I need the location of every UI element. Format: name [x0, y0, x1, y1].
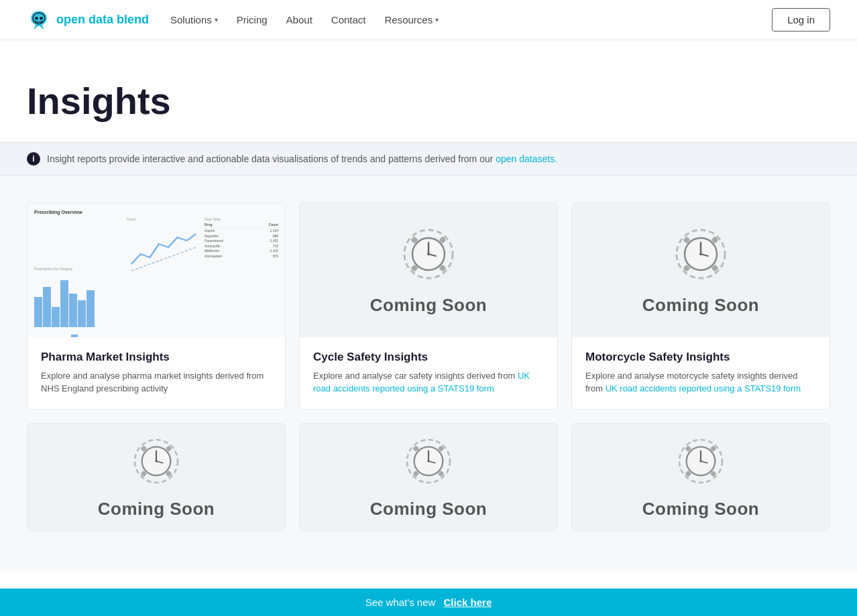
card-pharma[interactable]: Prescribing Overview Prescriptions by Ca…: [27, 202, 286, 410]
cards-section: Prescribing Overview Prescriptions by Ca…: [0, 176, 857, 572]
clock-icon-6: [674, 434, 728, 488]
coming-soon-content-motorcycle: Coming Soon: [642, 224, 759, 316]
clock-icon-4: [129, 434, 183, 488]
card-image-pharma: Prescribing Overview Prescriptions by Ca…: [27, 203, 285, 337]
preview-line-chart-2: [169, 331, 278, 337]
nav-link-pricing[interactable]: Pricing: [237, 14, 268, 25]
nav-item-solutions[interactable]: Solutions ▾: [170, 14, 218, 25]
svg-point-41: [427, 460, 430, 463]
svg-point-1: [40, 17, 43, 20]
info-bar: i Insight reports provide interactive an…: [0, 142, 857, 176]
navbar: open data blend Solutions ▾ Pricing Abou…: [0, 0, 857, 40]
coming-soon-label-6: Coming Soon: [642, 499, 759, 519]
nav-item-pricing[interactable]: Pricing: [237, 14, 268, 25]
card-5[interactable]: Coming Soon: [299, 423, 558, 532]
nav-item-about[interactable]: About: [286, 14, 312, 25]
nav-item-resources[interactable]: Resources ▾: [385, 14, 439, 25]
card-image-6: Coming Soon: [572, 424, 830, 531]
logo-text: open data blend: [56, 13, 149, 27]
card-body-motorcycle: Motorcycle Safety Insights Explore and a…: [572, 337, 830, 409]
preview-bar-chart-2: [34, 331, 165, 337]
cards-grid: Prescribing Overview Prescriptions by Ca…: [27, 202, 830, 532]
page-title: Insights: [27, 80, 830, 122]
preview-bar-chart: Prescriptions by Category: [34, 217, 123, 327]
card-image-motorcycle: Coming Soon: [572, 203, 830, 337]
card-desc-pharma: Explore and analyse pharma market insigh…: [41, 369, 272, 395]
svg-point-21: [699, 253, 702, 255]
chevron-down-icon-2: ▾: [435, 16, 439, 23]
card-body-cycle: Cycle Safety Insights Explore and analys…: [300, 337, 557, 409]
info-text: Insight reports provide interactive and …: [47, 153, 557, 164]
clock-icon-5: [402, 434, 455, 488]
card-title-pharma: Pharma Market Insights: [41, 351, 272, 364]
svg-point-11: [427, 253, 430, 255]
login-button[interactable]: Log in: [772, 8, 830, 32]
nav-item-contact[interactable]: Contact: [331, 14, 366, 25]
card-image-cycle: Coming Soon: [300, 203, 557, 337]
coming-soon-content-5: Coming Soon: [370, 434, 487, 519]
card-title-motorcycle: Motorcycle Safety Insights: [585, 351, 816, 364]
clock-icon-cycle: [398, 224, 459, 284]
nav-link-about[interactable]: About: [286, 14, 312, 25]
clock-icon-motorcycle: [671, 224, 731, 284]
stats19-link-motorcycle[interactable]: UK road accidents reported using a STATS…: [606, 383, 801, 393]
nav-link-contact[interactable]: Contact: [331, 14, 366, 25]
navbar-left: open data blend Solutions ▾ Pricing Abou…: [27, 8, 439, 32]
card-image-4: Coming Soon: [27, 424, 285, 531]
coming-soon-content-6: Coming Soon: [642, 434, 759, 519]
card-6[interactable]: Coming Soon: [571, 423, 830, 532]
card-desc-motorcycle: Explore and analyse motorcycle safety in…: [585, 369, 816, 395]
coming-soon-label-4: Coming Soon: [98, 499, 215, 519]
logo[interactable]: open data blend: [27, 8, 149, 32]
hero-section: Insights: [0, 40, 857, 142]
coming-soon-label-motorcycle: Coming Soon: [642, 295, 759, 316]
nav-link-resources[interactable]: Resources ▾: [385, 14, 439, 25]
logo-icon: [27, 8, 51, 32]
coming-soon-label-5: Coming Soon: [370, 499, 487, 519]
stats19-link-cycle[interactable]: UK road accidents reported using a STATS…: [313, 371, 530, 394]
chevron-down-icon: ▾: [215, 16, 218, 23]
card-title-cycle: Cycle Safety Insights: [313, 351, 544, 364]
preview-line-chart: Trend: [127, 217, 201, 327]
svg-point-31: [155, 460, 158, 463]
preview-title-text: Prescribing Overview: [34, 210, 278, 214]
coming-soon-content-4: Coming Soon: [98, 434, 215, 519]
card-4[interactable]: Coming Soon: [27, 423, 286, 532]
pharma-preview: Prescribing Overview Prescriptions by Ca…: [27, 203, 285, 337]
nav-links: Solutions ▾ Pricing About Contact: [170, 14, 439, 25]
card-motorcycle[interactable]: Coming Soon Motorcycle Safety Insights E…: [571, 202, 830, 410]
svg-point-0: [35, 17, 38, 20]
card-image-5: Coming Soon: [300, 424, 557, 531]
card-desc-cycle: Explore and analyse car safety insights …: [313, 369, 544, 395]
info-icon: i: [27, 152, 40, 166]
coming-soon-content-cycle: Coming Soon: [370, 224, 487, 316]
card-cycle[interactable]: Coming Soon Cycle Safety Insights Explor…: [299, 202, 558, 410]
svg-point-51: [699, 460, 702, 463]
card-body-pharma: Pharma Market Insights Explore and analy…: [27, 337, 285, 409]
preview-table: Data Table Drug Count Aspirin1,234 Ibupr…: [205, 217, 278, 327]
open-datasets-link[interactable]: open datasets.: [496, 153, 557, 164]
nav-link-solutions[interactable]: Solutions ▾: [170, 14, 218, 25]
coming-soon-label-cycle: Coming Soon: [370, 295, 487, 316]
